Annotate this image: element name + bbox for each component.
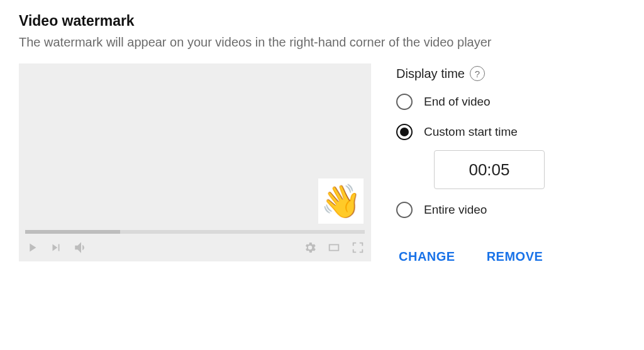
volume-icon[interactable] <box>73 239 89 256</box>
theater-mode-icon[interactable] <box>327 241 341 254</box>
player-controls <box>19 234 371 261</box>
section-title: Video watermark <box>19 13 625 30</box>
radio-label: Custom start time <box>424 125 518 139</box>
help-icon[interactable]: ? <box>470 66 485 81</box>
radio-custom-start-time[interactable]: Custom start time <box>396 124 625 140</box>
display-time-panel: Display time ? End of video Custom start… <box>396 63 625 264</box>
skip-next-icon[interactable] <box>49 241 63 254</box>
action-buttons: CHANGE REMOVE <box>399 249 625 264</box>
watermark-thumbnail: 👋 <box>318 178 364 224</box>
radio-end-of-video[interactable]: End of video <box>396 94 625 110</box>
radio-entire-video[interactable]: Entire video <box>396 202 625 218</box>
progress-fill <box>25 230 120 234</box>
radio-circle <box>396 124 413 140</box>
custom-start-time-input[interactable]: 00:05 <box>434 150 545 189</box>
radio-label: Entire video <box>424 203 487 217</box>
radio-label: End of video <box>424 95 491 109</box>
video-player-preview: 👋 <box>19 63 371 261</box>
waving-hand-icon: 👋 <box>321 185 362 217</box>
progress-bar[interactable] <box>25 230 365 234</box>
section-description: The watermark will appear on your videos… <box>19 33 625 51</box>
settings-gear-icon[interactable] <box>303 241 317 254</box>
display-time-label: Display time <box>396 67 465 81</box>
radio-circle <box>396 202 413 218</box>
remove-button[interactable]: REMOVE <box>487 249 543 264</box>
radio-circle <box>396 94 413 110</box>
video-watermark-section: Video watermark The watermark will appea… <box>19 13 625 264</box>
change-button[interactable]: CHANGE <box>399 249 455 264</box>
time-value: 00:05 <box>469 160 509 180</box>
play-icon[interactable] <box>25 241 39 254</box>
preview-area: 👋 <box>19 63 371 230</box>
content-row: 👋 <box>19 63 625 264</box>
fullscreen-icon[interactable] <box>351 241 365 254</box>
display-time-radio-group: End of video Custom start time 00:05 Ent… <box>396 94 625 218</box>
